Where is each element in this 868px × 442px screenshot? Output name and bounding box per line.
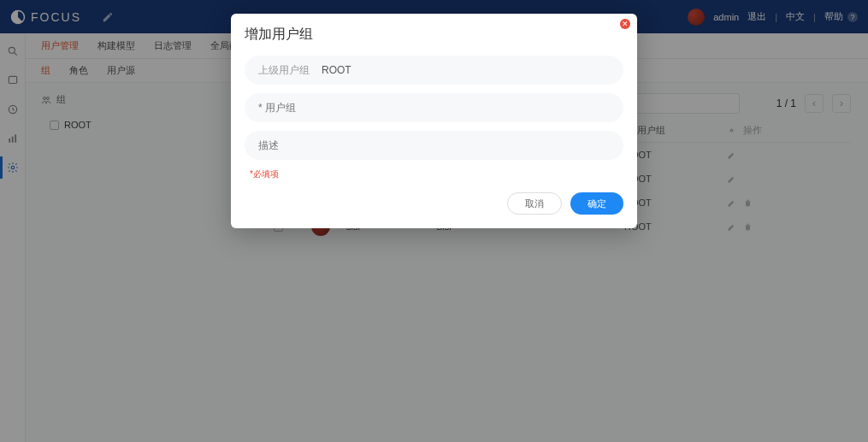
parent-group-value: ROOT xyxy=(322,64,351,76)
group-name-field xyxy=(245,93,623,122)
modal-actions: 取消 确定 xyxy=(245,192,623,215)
parent-group-field[interactable]: 上级用户组 ROOT xyxy=(245,56,623,85)
ok-button[interactable]: 确定 xyxy=(570,192,623,215)
description-input[interactable] xyxy=(258,139,610,151)
description-field xyxy=(245,131,623,160)
modal-close-button[interactable]: ✕ xyxy=(620,19,630,29)
add-group-modal: ✕ 增加用户组 上级用户组 ROOT *必填项 取消 确定 xyxy=(231,14,637,228)
required-note: *必填项 xyxy=(250,168,623,180)
parent-group-label: 上级用户组 xyxy=(258,63,310,78)
cancel-button[interactable]: 取消 xyxy=(507,192,562,215)
group-name-input[interactable] xyxy=(258,102,610,114)
modal-title: 增加用户组 xyxy=(245,26,623,44)
